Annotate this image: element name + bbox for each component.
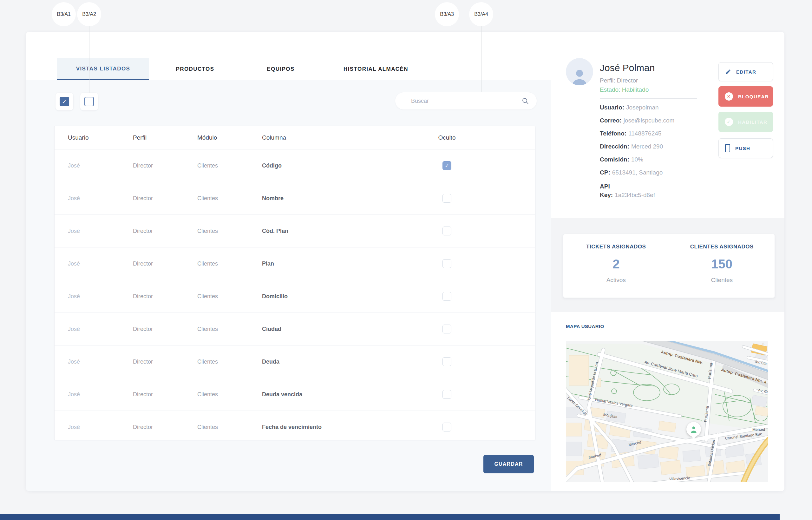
block-button-label: BLOQUEAR [738,94,769,99]
user-status: Estado: Habilitado [600,86,649,93]
search-input[interactable] [395,92,537,109]
search-icon[interactable] [521,97,529,105]
api-label-line2: Key: [600,192,613,198]
push-button[interactable]: PUSH [719,138,773,158]
filter-checkbox-card-2[interactable] [80,93,98,110]
column-header-modulo: Módulo [197,134,217,141]
oculto-checkbox[interactable] [442,194,451,203]
detail-label: Teléfono: [600,130,626,137]
cell-perfil: Director [133,260,153,267]
cell-perfil: Director [133,228,153,234]
oculto-checkbox[interactable] [442,259,451,268]
cell-modulo: Clientes [197,326,218,333]
cell-usuario: José [68,424,80,431]
detail-value: Josepolman [626,104,658,111]
user-location-marker[interactable] [686,422,701,437]
clients-value: 150 [669,257,775,271]
enable-button[interactable]: ✓ HABILITAR [719,112,773,132]
table-row: JoséDirectorClientesCód. Plan [55,214,535,247]
map-title: MAPA USUARIO [566,323,604,329]
user-details: Usuario:JosepolmanCorreo:jose@ispcube.co… [600,104,704,199]
user-map[interactable]: Autop. Costanera Nte.Autop. Costanera Nt… [566,341,768,482]
table-row: JoséDirectorClientesDeuda [55,345,535,378]
detail-row: Correo:jose@ispcube.com [600,117,704,130]
filter-checkbox-1[interactable] [60,97,69,106]
tab-1[interactable]: VISTAS LISTADOS [57,58,149,80]
cell-modulo: Clientes [197,391,218,398]
detail-label: Dirección: [600,143,629,150]
oculto-checkbox[interactable] [442,324,451,334]
detail-label: Comisión: [600,156,629,163]
api-key-value: 1a234bc5-d6ef [615,192,655,198]
cell-perfil: Director [133,326,153,333]
map-section: MAPA USUARIO [551,312,784,491]
detail-value: jose@ispcube.com [624,117,675,124]
clients-sublabel: Clientes [669,277,775,284]
oculto-checkbox[interactable] [442,423,451,432]
tab-bar: VISTAS LISTADOSPRODUCTOSEQUIPOSHISTORIAL… [57,58,431,80]
user-name: José Polman [600,62,655,73]
edit-button[interactable]: EDITAR [719,62,773,81]
cell-usuario: José [68,293,80,300]
cell-modulo: Clientes [197,359,218,365]
filter-checkbox-card-1[interactable] [55,93,73,110]
annotation-line [64,26,64,93]
cell-columna: Plan [262,260,274,267]
annotation-line [447,26,447,161]
clients-title: CLIENTES ASIGNADOS [669,244,775,250]
cell-columna: Ciudad [262,326,281,333]
detail-row: Usuario:Josepolman [600,104,704,117]
columns-table: Usuario Perfil Módulo Columna Oculto Jos… [54,126,535,440]
annotation-line [89,26,89,93]
block-x-icon: ✕ [725,92,733,101]
cell-usuario: José [68,195,80,202]
cell-usuario: José [68,359,80,365]
oculto-checkbox[interactable] [442,292,451,301]
cell-columna: Fecha de vencimiento [262,424,322,431]
filter-checkbox-2[interactable] [84,97,94,106]
clients-stat: CLIENTES ASIGNADOS 150 Clientes [669,234,775,297]
search-bar [395,92,537,109]
tab-3[interactable]: EQUIPOS [241,58,320,80]
oculto-checkbox[interactable] [442,227,451,235]
table-row: JoséDirectorClientesFecha de vencimiento [55,411,535,443]
cell-perfil: Director [133,424,153,431]
cell-perfil: Director [133,391,153,398]
avatar [566,58,593,85]
cell-columna: Código [262,162,282,169]
cell-columna: Deuda [262,359,279,365]
phone-icon [725,144,730,152]
tab-4[interactable]: HISTORIAL ALMACÉN [320,58,431,80]
profile-divider [600,98,697,99]
cell-modulo: Clientes [197,293,218,300]
footer-bar [0,514,780,520]
table-row: JoséDirectorClientesDomicilio [55,280,535,313]
enable-button-label: HABILITAR [738,119,767,125]
content-card: VISTAS LISTADOSPRODUCTOSEQUIPOSHISTORIAL… [26,32,784,491]
table-header: Usuario Perfil Módulo Columna Oculto [55,126,535,150]
cell-modulo: Clientes [197,228,218,234]
block-button[interactable]: ✕ BLOQUEAR [719,86,773,107]
oculto-checkbox[interactable] [442,161,451,170]
cell-columna: Deuda vencida [262,391,302,398]
cell-columna: Domicilio [262,293,288,300]
table-row: JoséDirectorClientesPlan [55,247,535,280]
annotation-badge: B3/A2 [77,2,101,26]
oculto-checkbox[interactable] [442,357,451,366]
enable-check-icon: ✓ [725,118,733,126]
tickets-value: 2 [563,257,669,271]
tickets-stat: TICKETS ASIGNADOS 2 Activos [563,234,669,297]
tab-2[interactable]: PRODUCTOS [149,58,241,80]
annotation-badge: B3/A1 [52,2,76,26]
oculto-checkbox[interactable] [442,390,451,399]
column-header-perfil: Perfil [133,134,146,141]
save-button[interactable]: GUARDAR [483,455,534,473]
detail-row: Dirección:Merced 290 [600,143,704,156]
detail-label: Correo: [600,117,622,124]
annotation-badge: B3/A3 [435,2,459,26]
user-role: Perfil: Director [600,77,638,84]
cell-usuario: José [68,228,80,234]
column-header-columna: Columna [262,134,286,141]
tickets-title: TICKETS ASIGNADOS [563,244,669,250]
table-row: JoséDirectorClientesNombre [55,182,535,214]
